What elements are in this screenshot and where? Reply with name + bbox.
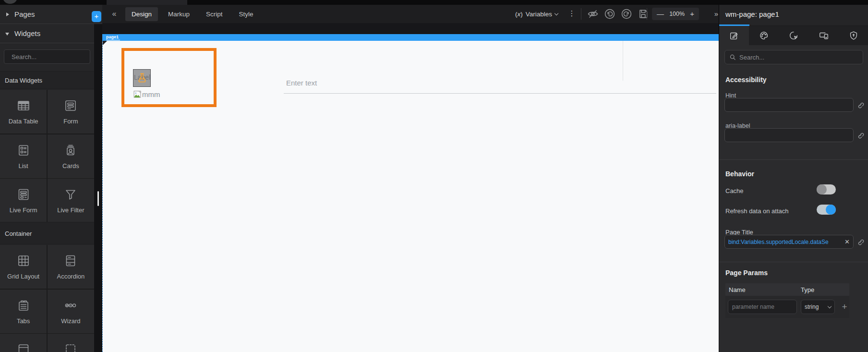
data-widgets-header: Data Widgets — [0, 71, 94, 89]
refresh-data-toggle[interactable] — [817, 205, 836, 215]
bind-link-icon[interactable] — [856, 101, 865, 109]
add-param-button[interactable]: + — [839, 301, 850, 313]
add-page-button[interactable]: + — [92, 11, 101, 22]
collapse-sidebar-button[interactable]: « — [108, 5, 121, 23]
tab-design[interactable]: Design — [125, 7, 158, 21]
undo-button[interactable] — [603, 8, 616, 20]
inspector-search-input[interactable] — [739, 54, 858, 61]
cache-label: Cache — [725, 187, 744, 194]
widget-tile-list[interactable]: List — [0, 134, 47, 178]
hint-input[interactable] — [724, 98, 854, 112]
page-title-bind-input[interactable]: bind:Variables.supportedLocale.dataSe ✕ — [724, 235, 854, 249]
save-button[interactable] — [637, 8, 650, 20]
search-icon — [729, 54, 736, 61]
inspector-title: wm-page: page1 — [725, 10, 779, 18]
widget-tile-panel[interactable] — [0, 334, 47, 352]
zoom-control: — 100% + — [652, 8, 699, 20]
bind-link-icon[interactable] — [856, 131, 865, 139]
design-canvas: page1 Label mmm — [102, 23, 719, 352]
widget-tile-cards[interactable]: Cards — [48, 134, 94, 178]
inspector-tab-styles[interactable] — [749, 26, 779, 45]
widget-tile-data-table[interactable]: Data Table — [0, 90, 47, 134]
widgets-label: Widgets — [14, 24, 40, 43]
left-sidebar: Pages + Widgets Data Widgets Data Table — [0, 5, 102, 352]
text-widget-input[interactable] — [284, 75, 716, 94]
inspector-tab-events[interactable] — [779, 26, 808, 45]
page-tab[interactable]: page1 — [106, 35, 120, 40]
tab-style[interactable]: Style — [233, 7, 260, 21]
widget-tile-live-filter[interactable]: Live Filter — [48, 179, 94, 222]
zoom-level: 100% — [669, 11, 685, 17]
redo-button[interactable] — [620, 8, 633, 20]
toolbar-divider — [647, 8, 647, 20]
more-options-button[interactable]: ⋮ — [567, 5, 577, 22]
sidebar-scrollbar-thumb[interactable] — [97, 191, 99, 206]
inspector-tabbar — [719, 26, 868, 45]
tab-markup[interactable]: Markup — [162, 7, 196, 21]
chevron-down-icon — [5, 33, 9, 36]
top-strip — [0, 0, 868, 5]
zoom-in-button[interactable]: + — [690, 8, 694, 20]
behavior-heading: Behavior — [725, 170, 754, 178]
pages-label: Pages — [14, 5, 35, 24]
widget-tile-grid-layout[interactable]: Grid Layout — [0, 245, 47, 289]
layout-boundary-line — [623, 41, 623, 81]
edit-pencil-icon — [729, 30, 739, 41]
widget-tile-container[interactable] — [48, 334, 94, 352]
label-widget[interactable]: Label — [133, 69, 151, 87]
aria-label-input[interactable] — [724, 128, 854, 142]
widget-search — [4, 49, 90, 64]
widget-tile-wizard[interactable]: Wizard — [48, 290, 94, 333]
live-filter-icon — [63, 187, 78, 202]
form-icon — [63, 98, 78, 113]
widget-tile-live-form[interactable]: Live Form — [0, 179, 47, 222]
inspector-tab-properties[interactable] — [719, 26, 749, 45]
pointer-circle-icon — [788, 30, 799, 41]
col-header-name: Name — [725, 286, 797, 293]
widget-tile-tabs[interactable]: Tabs — [0, 290, 47, 333]
top-toolbar: « Design Markup Script Style (x) Variabl… — [102, 5, 719, 23]
inspector-tab-security[interactable] — [839, 26, 868, 45]
widgets-section-header[interactable]: Widgets — [0, 24, 94, 43]
page-surface[interactable]: Label mmm — [102, 41, 719, 352]
cache-toggle[interactable] — [817, 184, 836, 194]
data-widgets-grid: Data Table Form List — [0, 90, 94, 222]
picture-widget[interactable]: mmm — [133, 90, 160, 98]
accordion-icon — [63, 253, 78, 268]
bind-link-icon[interactable] — [856, 238, 865, 246]
variables-dropdown[interactable]: (x) Variables — [515, 5, 558, 23]
panel-icon — [16, 342, 31, 352]
tab-script[interactable]: Script — [200, 7, 229, 21]
chevron-right-icon — [6, 12, 9, 16]
param-name-input[interactable] — [728, 300, 797, 314]
clear-bind-icon[interactable]: ✕ — [844, 238, 850, 245]
page-params-table: Name Type string + — [725, 283, 849, 318]
shield-pin-icon — [848, 30, 859, 41]
zoom-out-button[interactable]: — — [657, 8, 664, 20]
section-divider — [719, 262, 868, 262]
flask-icon — [136, 72, 148, 84]
devices-icon — [819, 30, 829, 41]
toggle-knob — [826, 205, 836, 215]
container-widgets-grid: Grid Layout Accordion Tabs Wiz — [0, 245, 94, 352]
live-form-icon — [16, 187, 31, 202]
variables-icon: (x) — [515, 11, 523, 18]
section-divider — [719, 159, 868, 160]
pages-section-header[interactable]: Pages + — [0, 5, 102, 24]
tabs-icon — [16, 298, 31, 313]
widget-tile-accordion[interactable]: Accordion — [48, 245, 94, 289]
refresh-data-label: Refresh data on attach — [725, 207, 789, 215]
image-alt-text: mmm — [142, 90, 160, 98]
top-tab-remnant — [107, 0, 187, 5]
preview-eye-off-button[interactable] — [587, 8, 599, 20]
app-window: Pages + Widgets Data Widgets Data Table — [0, 0, 868, 352]
widget-search-input[interactable] — [12, 53, 96, 61]
broken-image-icon — [133, 90, 142, 98]
toggle-knob — [817, 184, 827, 194]
chevron-down-icon — [555, 11, 558, 15]
param-type-select[interactable]: string — [801, 300, 835, 314]
inspector-tab-devices[interactable] — [809, 26, 839, 45]
corner-fold — [103, 41, 107, 45]
page-params-heading: Page Params — [725, 269, 768, 277]
widget-tile-form[interactable]: Form — [48, 90, 94, 134]
